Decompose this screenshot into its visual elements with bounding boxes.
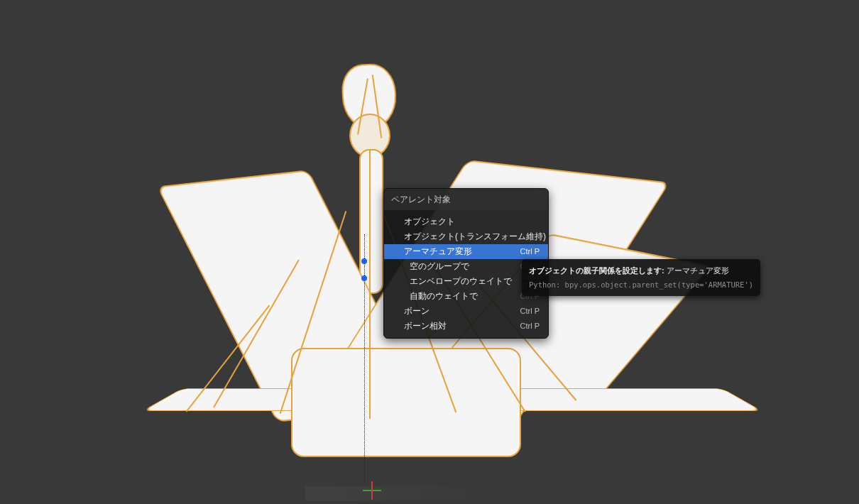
menu-item-label: ボーン [404, 307, 510, 316]
menu-item-bone-relative[interactable]: ボーン相対 Ctrl P [384, 319, 548, 334]
context-menu-title: ペアレント対象 [384, 189, 548, 210]
menu-item-armature-deform[interactable]: アーマチュア変形 Ctrl P [384, 244, 548, 259]
menu-item-bone[interactable]: ボーン Ctrl P [384, 304, 548, 319]
tooltip-description: オブジェクトの親子関係を設定します: アーマチュア変形 [529, 265, 753, 276]
operator-tooltip: オブジェクトの親子関係を設定します: アーマチュア変形 Python: bpy.… [522, 259, 760, 296]
menu-item-shortcut: Ctrl P [520, 247, 540, 256]
menu-item-label: オブジェクト(トランスフォーム維持) [404, 232, 546, 241]
menu-item-label: オブジェクト [404, 217, 530, 226]
menu-item-label: エンベロープのウェイトで [410, 277, 512, 286]
menu-item-object-keep-transform[interactable]: オブジェクト(トランスフォーム維持) [384, 229, 548, 244]
menu-item-object[interactable]: オブジェクト [384, 214, 548, 229]
menu-item-label: 自動のウェイトで [410, 292, 510, 301]
menu-item-shortcut: Ctrl P [520, 307, 540, 316]
floor-grid [305, 486, 490, 500]
viewport-3d[interactable]: ペアレント対象 オブジェクト オブジェクト(トランスフォーム維持) アーマチュア… [0, 0, 859, 504]
menu-item-label: 空のグループで [410, 262, 510, 271]
menu-item-label: アーマチュア変形 [404, 247, 510, 256]
menu-item-label: ボーン相対 [404, 322, 510, 331]
tooltip-python: Python: bpy.ops.object.parent_set(type='… [529, 279, 753, 290]
menu-item-shortcut: Ctrl P [520, 322, 540, 331]
